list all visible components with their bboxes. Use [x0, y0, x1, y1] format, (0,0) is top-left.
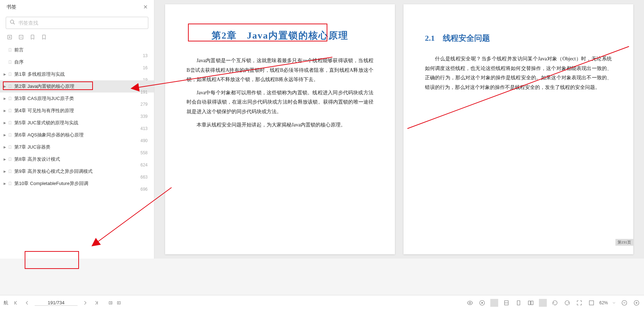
bookmark-item[interactable]: 自序16 [0, 56, 154, 68]
bookmark-item[interactable]: ▶第10章 CompletableFuture异步回调696 [0, 178, 154, 190]
view-tools: 62% [466, 299, 640, 307]
prev-page-button[interactable] [23, 299, 31, 307]
next-page-button[interactable] [81, 299, 89, 307]
expand-triangle-icon[interactable]: ▶ [4, 182, 7, 185]
play-icon[interactable] [478, 299, 486, 307]
last-page-button[interactable] [93, 299, 100, 307]
bookmark-label: 第2章 Java内置锁的核心原理 [14, 83, 148, 90]
page-right: 2.1 线程安全问题 什么是线程安全呢？当多个线程并发访问某个Java对象（Ob… [403, 4, 633, 254]
divider [539, 299, 547, 307]
expand-triangle-icon[interactable]: ▶ [4, 170, 7, 173]
expand-triangle-icon[interactable]: ▶ [4, 72, 7, 76]
paragraph: 本章从线程安全问题开始讲起，为大家揭秘Java内置锁的核心原理。 [187, 120, 373, 130]
expand-triangle-icon[interactable]: ▶ [4, 85, 7, 88]
bookmark-label: 第7章 JUC容器类 [14, 144, 148, 150]
close-icon[interactable]: × [143, 3, 148, 11]
nav-label: 航 [4, 300, 8, 306]
zoom-level[interactable]: 62% [600, 299, 608, 307]
bookmark-item[interactable]: ▶第1章 多线程原理与实战19 [0, 68, 154, 80]
sidebar-header: 书签 × [0, 0, 154, 14]
expand-triangle-icon[interactable]: ▶ [4, 121, 7, 125]
bottom-toolbar: 航 62% [0, 295, 644, 310]
bookmark-icon [8, 181, 12, 186]
bookmark-outline-icon[interactable] [41, 34, 47, 40]
first-page-button[interactable] [12, 299, 20, 307]
expand-triangle-icon[interactable]: ▶ [4, 133, 7, 137]
bookmark-icon [8, 96, 12, 101]
search-box[interactable] [6, 17, 148, 29]
bookmark-icon [8, 48, 12, 52]
bookmark-label: 第1章 多线程原理与实战 [14, 71, 148, 78]
bookmark-item[interactable]: 前言13 [0, 44, 154, 56]
bookmark-label: 前言 [14, 47, 148, 53]
forward-button[interactable] [115, 299, 123, 307]
expand-triangle-icon[interactable]: ▶ [4, 145, 7, 149]
collapse-all-icon[interactable] [18, 34, 24, 40]
page-badge: 第191页 [615, 239, 634, 246]
bookmark-item[interactable]: ▶第4章 可见性与有序性的原理339 [0, 105, 154, 117]
bookmark-item[interactable]: ▶第5章 JUC显式锁的原理与实战413 [0, 117, 154, 129]
fit-page-icon[interactable] [588, 299, 595, 307]
expand-triangle-icon[interactable]: ▶ [4, 158, 7, 161]
search-icon [10, 19, 15, 26]
search-wrap [0, 14, 154, 32]
page-input[interactable] [35, 300, 78, 306]
sidebar-title: 书签 [6, 4, 16, 10]
paragraph: Java内置锁是一个互斥锁，这就意味着最多只有一个线程能够获得该锁，当线程B尝试… [187, 56, 373, 85]
bookmark-item[interactable]: ▶第9章 高并发核心模式之异步回调模式663 [0, 165, 154, 178]
bookmark-icon[interactable] [29, 34, 36, 40]
zoom-in-button[interactable] [633, 299, 640, 307]
fullscreen-icon[interactable] [575, 299, 583, 307]
search-input[interactable] [18, 20, 144, 26]
single-page-icon[interactable] [515, 299, 522, 307]
rotate-left-icon[interactable] [551, 299, 559, 307]
svg-rect-22 [589, 301, 594, 305]
bookmark-icon [8, 169, 12, 174]
svg-point-14 [469, 302, 471, 304]
expand-all-icon[interactable] [6, 34, 13, 40]
bookmark-label: 第9章 高并发核心模式之异步回调模式 [14, 168, 148, 175]
bookmark-label: 自序 [14, 59, 148, 65]
svg-point-0 [10, 20, 14, 23]
bookmark-icon [8, 60, 12, 65]
bookmark-item[interactable]: ▶第3章 CAS原理与JUC原子类279 [0, 92, 154, 105]
divider [490, 299, 498, 307]
bookmark-icon [8, 120, 12, 125]
bookmark-item[interactable]: ▶第2章 Java内置锁的核心原理191 [0, 80, 154, 92]
bookmark-icon [8, 72, 12, 77]
svg-rect-21 [531, 301, 533, 305]
bookmark-label: 第6章 AQS抽象同步器的核心原理 [14, 132, 148, 138]
bookmark-label: 第10章 CompletableFuture异步回调 [14, 180, 148, 187]
bookmark-label: 第8章 高并发设计模式 [14, 156, 148, 162]
bookmark-icon [8, 132, 12, 138]
back-button[interactable] [107, 299, 115, 307]
svg-marker-16 [482, 302, 484, 304]
bookmark-list: 前言13自序16▶第1章 多线程原理与实战19▶第2章 Java内置锁的核心原理… [0, 44, 154, 190]
bookmark-label: 第3章 CAS原理与JUC原子类 [14, 95, 148, 102]
sidebar-toolbar [0, 32, 154, 44]
chevron-down-icon[interactable] [612, 299, 616, 307]
zoom-out-button[interactable] [620, 299, 628, 307]
expand-triangle-icon[interactable]: ▶ [4, 109, 7, 112]
bookmark-icon [8, 145, 12, 150]
bookmarks-sidebar: 书签 × 前言13自序16▶第1章 多线程原理与实战19▶第2章 Java内置锁… [0, 0, 154, 259]
bookmark-item[interactable]: ▶第7章 JUC容器类558 [0, 141, 154, 153]
bookmark-label: 第4章 可见性与有序性的原理 [14, 108, 148, 114]
fit-width-icon[interactable] [502, 299, 510, 307]
page-nav-group [12, 299, 100, 307]
document-area[interactable]: 第2章 Java内置锁的核心原理 Java内置锁是一个互斥锁，这就意味着最多只有… [154, 0, 644, 259]
bookmark-item[interactable]: ▶第6章 AQS抽象同步器的核心原理490 [0, 129, 154, 141]
bookmark-item[interactable]: ▶第8章 高并发设计模式624 [0, 153, 154, 165]
paragraph: 什么是线程安全呢？当多个线程并发访问某个Java对象（Object）时，无论系统… [425, 54, 612, 92]
bookmark-icon [8, 157, 12, 162]
two-page-icon[interactable] [527, 299, 535, 307]
svg-rect-19 [517, 301, 520, 305]
bookmark-icon [8, 84, 12, 89]
bookmark-label: 第5章 JUC显式锁的原理与实战 [14, 120, 148, 126]
svg-rect-20 [528, 301, 530, 305]
expand-triangle-icon[interactable]: ▶ [4, 97, 7, 100]
rotate-right-icon[interactable] [563, 299, 571, 307]
bookmark-icon [8, 108, 12, 113]
section-title: 2.1 线程安全问题 [425, 33, 612, 44]
eye-icon[interactable] [466, 299, 474, 307]
